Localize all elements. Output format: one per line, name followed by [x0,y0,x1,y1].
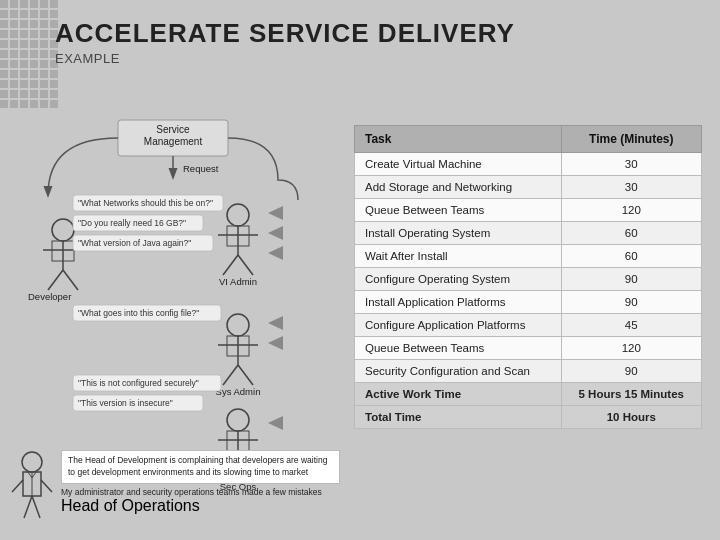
table-row: Queue Between Teams120 [355,199,702,222]
time-cell: 45 [561,314,701,337]
task-cell: Security Configuration and Scan [355,360,562,383]
task-cell: Active Work Time [355,383,562,406]
svg-point-23 [227,314,249,336]
time-cell: 90 [561,291,701,314]
svg-line-26 [223,365,238,385]
svg-line-11 [63,270,78,290]
page-subtitle: EXAMPLE [55,51,515,66]
svg-point-53 [22,452,42,472]
svg-line-57 [32,472,36,478]
task-cell: Total Time [355,406,562,429]
svg-rect-1 [0,0,58,108]
task-cell: Install Operating System [355,222,562,245]
head-of-ops-figure [10,450,55,530]
head-of-ops-label: Head of Operations [61,497,340,515]
task-cell: Configure Operating System [355,268,562,291]
svg-text:"This version is insecure": "This version is insecure" [78,398,173,408]
svg-marker-31 [268,336,283,350]
time-cell: 60 [561,245,701,268]
main-container: ACCELERATE SERVICE DELIVERY EXAMPLE Task… [0,0,720,540]
task-cell: Queue Between Teams [355,337,562,360]
task-table: Task Time (Minutes) Create Virtual Machi… [354,125,702,429]
table-row: Queue Between Teams120 [355,337,702,360]
time-cell: 5 Hours 15 Minutes [561,383,701,406]
col-task-header: Task [355,126,562,153]
svg-line-58 [24,496,32,518]
svg-marker-22 [268,246,283,260]
page-title: ACCELERATE SERVICE DELIVERY [55,18,515,49]
time-cell: 120 [561,337,701,360]
svg-line-59 [32,496,40,518]
svg-line-16 [223,255,238,275]
svg-text:"What version of Java again?": "What version of Java again?" [78,238,191,248]
header: ACCELERATE SERVICE DELIVERY EXAMPLE [55,18,515,66]
svg-line-61 [41,480,52,492]
svg-line-56 [28,472,32,478]
time-cell: 60 [561,222,701,245]
task-table-container: Task Time (Minutes) Create Virtual Machi… [354,125,702,429]
svg-text:"Do you really need 16 GB?": "Do you really need 16 GB?" [78,218,186,228]
svg-text:"What goes into this config fi: "What goes into this config file?" [78,308,199,318]
head-ops-complaint-bubble: The Head of Development is complaining t… [61,450,340,484]
svg-text:"This is not configured secure: "This is not configured securely" [78,378,199,388]
time-cell: 90 [561,360,701,383]
process-diagram: Service Management Request VI Admin [8,115,348,505]
svg-text:Service: Service [156,124,190,135]
svg-text:"What Networks should this be : "What Networks should this be on?" [78,198,213,208]
time-cell: 30 [561,153,701,176]
table-row: Install Application Platforms90 [355,291,702,314]
head-of-operations-section: The Head of Development is complaining t… [10,450,340,530]
svg-marker-21 [268,226,283,240]
table-row: Configure Operating System90 [355,268,702,291]
task-cell: Install Application Platforms [355,291,562,314]
table-row: Wait After Install60 [355,245,702,268]
task-cell: Wait After Install [355,245,562,268]
svg-text:Management: Management [144,136,203,147]
col-time-header: Time (Minutes) [561,126,701,153]
svg-point-13 [227,204,249,226]
svg-text:Request: Request [183,163,219,174]
table-row: Total Time10 Hours [355,406,702,429]
time-cell: 90 [561,268,701,291]
table-row: Add Storage and Networking30 [355,176,702,199]
table-row: Create Virtual Machine30 [355,153,702,176]
svg-line-10 [48,270,63,290]
svg-text:VI Admin: VI Admin [219,276,257,287]
task-cell: Create Virtual Machine [355,153,562,176]
time-cell: 30 [561,176,701,199]
svg-marker-30 [268,316,283,330]
svg-text:Developer: Developer [28,291,71,302]
svg-text:Sys Admin: Sys Admin [216,386,261,397]
svg-point-7 [52,219,74,241]
svg-line-60 [12,480,23,492]
svg-point-32 [227,409,249,431]
task-cell: Configure Application Platforms [355,314,562,337]
table-row: Install Operating System60 [355,222,702,245]
time-cell: 10 Hours [561,406,701,429]
time-cell: 120 [561,199,701,222]
svg-marker-20 [268,206,283,220]
svg-marker-39 [268,416,283,430]
table-row: Configure Application Platforms45 [355,314,702,337]
table-row: Active Work Time5 Hours 15 Minutes [355,383,702,406]
task-cell: Add Storage and Networking [355,176,562,199]
task-cell: Queue Between Teams [355,199,562,222]
svg-line-17 [238,255,253,275]
table-row: Security Configuration and Scan90 [355,360,702,383]
svg-line-27 [238,365,253,385]
head-ops-note: My administrator and security operations… [61,487,340,497]
grid-decoration [0,0,58,108]
